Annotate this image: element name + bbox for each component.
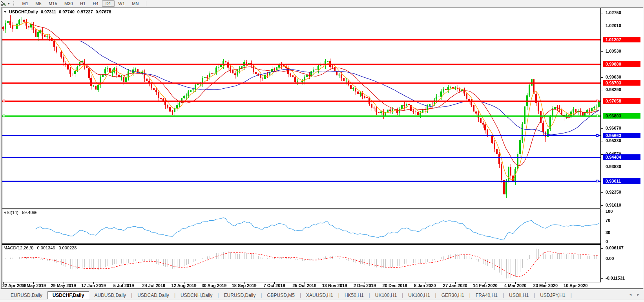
timeframe-button-w1[interactable]: W1 bbox=[115, 0, 128, 7]
date-axis-label: 13 Nov 2019 bbox=[320, 283, 349, 288]
chart-tab-gbpusd-m5[interactable]: GBPUSD,M5 bbox=[262, 291, 300, 299]
price-axis-label: 1.00530 bbox=[606, 49, 621, 53]
chart-tab-audusd-daily[interactable]: AUDUSD,Daily bbox=[89, 291, 131, 299]
top-toolbar: ▾ M1M5M15M30H1H4D1W1MN bbox=[0, 0, 644, 7]
date-axis-label: 7 Oct 2019 bbox=[260, 283, 289, 288]
price-line-label-099800[interactable]: 0.99800 bbox=[603, 61, 640, 67]
price-axis-label: 0.93830 bbox=[606, 164, 621, 169]
chart-tab-fra40-h1[interactable]: FRA40,H1 bbox=[471, 291, 503, 299]
collapse-chart-icon[interactable]: ▼ bbox=[4, 10, 7, 14]
chart-tab-usdcad-daily[interactable]: USDCAD,Daily bbox=[132, 291, 174, 299]
chart-tools-icon[interactable] bbox=[1, 1, 7, 7]
date-axis-label: 10 Apr 2020 bbox=[561, 283, 590, 288]
price-axis-label: 1.02010 bbox=[606, 23, 621, 28]
price-line-label-098703[interactable]: 0.98703 bbox=[603, 80, 640, 86]
timeframe-button-h4[interactable]: H4 bbox=[89, 0, 102, 7]
price-axis-label: 0.96070 bbox=[606, 126, 621, 130]
timeframe-toolbar: M1M5M15M30H1H4D1W1MN bbox=[19, 0, 142, 7]
price-axis-label: 1.02750 bbox=[606, 10, 621, 15]
date-axis-label: 4 Mar 2020 bbox=[501, 283, 530, 288]
price-line-label-101207[interactable]: 1.01207 bbox=[603, 37, 640, 42]
chart-tab-uk100-h1[interactable]: UK100,H1 bbox=[403, 291, 435, 299]
ohlc-close-value: 0.97678 bbox=[96, 9, 111, 14]
price-axis-label: 0.95330 bbox=[606, 138, 621, 143]
chart-tabs: EURUSD,DailyUSDCHF,DailyAUDUSD,Daily|USD… bbox=[5, 291, 572, 300]
chart-tab-usdcnh-daily[interactable]: USDCNH,Daily bbox=[175, 291, 217, 299]
date-axis-label: 8 Jan 2020 bbox=[410, 283, 440, 288]
date-axis-label: 2 Dec 2019 bbox=[350, 283, 379, 288]
price-axis-label: 0.91610 bbox=[606, 203, 621, 207]
tabbar-scroll-right-icon[interactable]: ► bbox=[637, 293, 640, 297]
price-line-label-095663[interactable]: 0.95663 bbox=[603, 133, 640, 138]
bottom-strip bbox=[0, 300, 644, 302]
price-line-label-096803[interactable]: 0.96803 bbox=[603, 113, 640, 119]
date-axis-label: 24 Jul 2019 bbox=[139, 283, 168, 288]
price-axis-label: 0.98290 bbox=[606, 87, 621, 92]
chart-tab-ger30-h1[interactable]: GER30,H1 bbox=[436, 291, 469, 299]
timeframe-button-mn[interactable]: MN bbox=[128, 0, 142, 7]
ohlc-high-value: 0.97740 bbox=[59, 9, 75, 14]
macd-label: MACD(12,26,9) bbox=[4, 245, 33, 250]
macd-indicator-label-row: MACD(12,26,9) 0.001346 0.000228 bbox=[4, 245, 79, 250]
chart-title-row: ▼ USDCHF,Daily 0.97311 0.97740 0.97227 0… bbox=[4, 9, 114, 14]
timeframe-button-m5[interactable]: M5 bbox=[32, 0, 45, 7]
price-line-label-097658[interactable]: 0.97658 bbox=[603, 98, 640, 104]
rsi-axis-label: 70 bbox=[606, 218, 610, 223]
macd-axis-label: -0.011531 bbox=[606, 276, 625, 280]
price-axis-label: 0.99030 bbox=[606, 75, 621, 79]
ohlc-low-value: 0.97227 bbox=[77, 9, 93, 14]
timeframe-button-h1[interactable]: H1 bbox=[77, 0, 89, 7]
price-line-label-094404[interactable]: 0.94404 bbox=[603, 154, 640, 160]
date-axis-label: 5 Jul 2019 bbox=[109, 283, 138, 288]
chart-tab-usoil-h1[interactable]: USOil,H1 bbox=[504, 291, 534, 299]
dropdown-caret-icon[interactable]: ▾ bbox=[8, 2, 10, 5]
macd-main-value: 0.001346 bbox=[37, 245, 55, 250]
date-axis-label: 27 Jan 2020 bbox=[441, 283, 470, 288]
rsi-axis-label: 100 bbox=[606, 209, 613, 214]
timeframe-button-d1[interactable]: D1 bbox=[102, 0, 115, 7]
date-axis-label: 10 May 2019 bbox=[19, 283, 48, 288]
macd-axis-label: 0.00 bbox=[606, 256, 614, 261]
chart-tab-usdchf-daily[interactable]: USDCHF,Daily bbox=[47, 291, 89, 299]
toolbar-grip[interactable] bbox=[13, 1, 15, 6]
ohlc-open-value: 0.97311 bbox=[41, 9, 56, 14]
date-axis-label: 30 Aug 2019 bbox=[199, 283, 228, 288]
rsi-indicator-label-row: RSI(14) 59.4096 bbox=[4, 210, 40, 215]
chart-tab-eurusd-daily[interactable]: EURUSD,Daily bbox=[219, 291, 261, 299]
toolbar-separator bbox=[146, 1, 146, 6]
rsi-value: 59.4096 bbox=[22, 210, 38, 215]
chart-canvas[interactable] bbox=[0, 0, 644, 302]
tabbar-scroll-left-icon[interactable]: ◄ bbox=[629, 293, 632, 297]
macd-axis-label: 0.006167 bbox=[606, 245, 624, 250]
price-axis-label: 0.92350 bbox=[606, 190, 621, 194]
date-axis-label: 12 Aug 2019 bbox=[170, 283, 199, 288]
chart-symbol-title: USDCHF,Daily bbox=[9, 9, 38, 14]
date-axis-label: 18 Sep 2019 bbox=[230, 283, 259, 288]
chart-tab-xauusd-h1[interactable]: XAUUSD,H1 bbox=[301, 291, 338, 299]
timeframe-button-m15[interactable]: M15 bbox=[45, 0, 61, 7]
date-axis-label: 25 Oct 2019 bbox=[290, 283, 319, 288]
timeframe-button-m1[interactable]: M1 bbox=[19, 0, 32, 7]
chart-tab-eurusd-daily[interactable]: EURUSD,Daily bbox=[5, 291, 47, 299]
date-axis-label: 23 Mar 2020 bbox=[531, 283, 560, 288]
date-axis-label: 20 Dec 2019 bbox=[380, 283, 409, 288]
date-axis-label: 17 Jun 2019 bbox=[79, 283, 108, 288]
chart-tab-uk100-h1[interactable]: UK100,H1 bbox=[370, 291, 402, 299]
macd-signal-value: 0.000228 bbox=[58, 245, 77, 250]
chart-tab-hk50-h1[interactable]: HK50,H1 bbox=[339, 291, 369, 299]
timeframe-button-m30[interactable]: M30 bbox=[61, 0, 77, 7]
rsi-axis-label: 30 bbox=[606, 230, 610, 235]
date-axis-label: 14 Feb 2020 bbox=[471, 283, 500, 288]
rsi-label: RSI(14) bbox=[4, 210, 18, 215]
tab-divider: | bbox=[571, 293, 572, 298]
chart-tab-usdjpy-h1[interactable]: USDJPY,H1 bbox=[535, 291, 570, 299]
date-axis-label: 29 May 2019 bbox=[49, 283, 78, 288]
rsi-axis-label: 0 bbox=[606, 239, 608, 244]
price-line-label-093011[interactable]: 0.93011 bbox=[603, 178, 640, 184]
chart-tab-bar: EURUSD,DailyUSDCHF,DailyAUDUSD,Daily|USD… bbox=[0, 289, 644, 302]
